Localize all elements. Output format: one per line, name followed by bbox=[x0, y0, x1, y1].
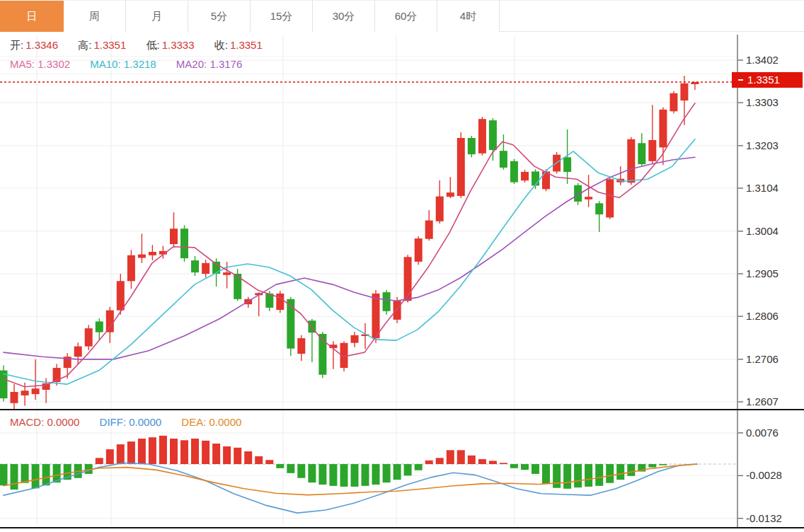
price-axis-label: 1.2806 bbox=[746, 310, 779, 322]
candle bbox=[11, 384, 18, 409]
candle bbox=[489, 118, 497, 161]
last-price-tag: 1.3351 bbox=[732, 72, 803, 88]
open-value: 1.3346 bbox=[25, 39, 58, 51]
candle bbox=[244, 297, 252, 308]
candle bbox=[627, 137, 635, 185]
price-axis-label: 1.2706 bbox=[746, 353, 779, 365]
candle bbox=[276, 291, 284, 313]
candle bbox=[223, 262, 231, 289]
candle-body bbox=[265, 294, 273, 308]
macd-bar bbox=[404, 464, 412, 475]
tab-4hour[interactable]: 4时 bbox=[437, 1, 500, 32]
tab-5min[interactable]: 5分 bbox=[188, 1, 251, 32]
candle bbox=[691, 82, 699, 90]
macd-bar bbox=[234, 448, 241, 464]
candle-body bbox=[127, 255, 135, 282]
candle bbox=[0, 365, 8, 401]
candle-body bbox=[74, 347, 82, 357]
macd-bar bbox=[127, 441, 135, 464]
candle-body bbox=[648, 140, 656, 161]
candle-body bbox=[117, 281, 125, 310]
candle-body bbox=[191, 260, 199, 272]
candle-body bbox=[585, 197, 592, 200]
macd-bar bbox=[659, 464, 667, 466]
candle bbox=[85, 325, 93, 350]
macd-bar bbox=[351, 464, 359, 487]
diff-value: 0.0000 bbox=[129, 416, 161, 428]
ma5-value: 1.3302 bbox=[38, 58, 70, 70]
tab-60min[interactable]: 60分 bbox=[375, 1, 437, 32]
candle-body bbox=[436, 197, 444, 221]
candle-body bbox=[489, 120, 497, 150]
tab-week[interactable]: 周 bbox=[64, 1, 126, 32]
macd-bar bbox=[202, 441, 209, 464]
price-axis-label: 1.2607 bbox=[746, 395, 779, 407]
macd-bar bbox=[383, 464, 391, 482]
macd-bar bbox=[287, 464, 294, 473]
macd-bar bbox=[106, 449, 114, 464]
macd-label: MACD: bbox=[10, 416, 44, 428]
candle-body bbox=[202, 263, 209, 274]
candle bbox=[383, 290, 391, 315]
candle bbox=[106, 307, 114, 343]
timeframe-tabbar: 日 周 月 5分 15分 30分 60分 4时 bbox=[0, 0, 804, 32]
price-axis-label: 1.3004 bbox=[746, 225, 779, 237]
macd-bar bbox=[415, 464, 423, 470]
candle-body bbox=[383, 292, 391, 311]
candle-body bbox=[170, 229, 178, 244]
candle bbox=[255, 292, 263, 316]
macd-bar bbox=[265, 460, 273, 464]
candle-body bbox=[510, 161, 518, 183]
candle bbox=[425, 210, 433, 241]
candle bbox=[574, 183, 582, 205]
candle bbox=[297, 335, 305, 362]
tab-30min[interactable]: 30分 bbox=[313, 1, 375, 32]
macd-bar bbox=[532, 464, 539, 474]
candle bbox=[532, 169, 539, 189]
tab-month[interactable]: 月 bbox=[126, 1, 188, 32]
macd-bar bbox=[212, 444, 220, 464]
candle bbox=[659, 108, 667, 165]
macd-bar bbox=[468, 456, 476, 464]
macd-bar bbox=[318, 464, 326, 485]
candle bbox=[457, 132, 465, 198]
macd-bar bbox=[489, 461, 497, 464]
macd-bar bbox=[606, 464, 614, 483]
macd-bar bbox=[276, 464, 284, 468]
macd-bar bbox=[340, 464, 348, 487]
price-axis-label: 1.3203 bbox=[746, 139, 779, 151]
candle bbox=[670, 91, 677, 114]
macd-histogram bbox=[0, 436, 667, 490]
candle bbox=[127, 250, 135, 289]
macd-bar bbox=[308, 464, 316, 482]
macd-bar bbox=[255, 456, 263, 464]
ohlc-row: 开:1.3346 高:1.3351 低:1.3333 收:1.3351 bbox=[10, 37, 280, 54]
candle bbox=[468, 136, 476, 157]
macd-bar bbox=[117, 444, 125, 464]
candle bbox=[585, 175, 592, 207]
candle-body bbox=[138, 255, 146, 258]
price-chart[interactable]: 1.34021.33031.32031.31041.30041.29051.28… bbox=[0, 32, 804, 409]
macd-bar bbox=[627, 464, 635, 476]
dea-value: 0.0000 bbox=[209, 416, 242, 428]
candle-body bbox=[96, 321, 103, 332]
macd-axis-label: -0.0132 bbox=[746, 512, 782, 524]
macd-bar bbox=[616, 464, 624, 480]
ma10-line bbox=[4, 139, 695, 384]
candle bbox=[329, 341, 337, 369]
bottom-border bbox=[0, 527, 804, 528]
candle-body bbox=[606, 179, 614, 217]
candle-body bbox=[106, 311, 114, 332]
tab-15min[interactable]: 15分 bbox=[251, 1, 313, 32]
diff-label: DIFF: bbox=[100, 416, 127, 428]
macd-bar bbox=[159, 436, 167, 464]
tab-day[interactable]: 日 bbox=[0, 1, 64, 32]
candle bbox=[138, 233, 146, 262]
candle bbox=[32, 359, 40, 400]
ma10-label: MA10: bbox=[90, 58, 120, 70]
ma5-label: MA5: bbox=[10, 58, 35, 70]
macd-bar bbox=[510, 464, 518, 468]
candle-body bbox=[447, 192, 454, 197]
candle-body bbox=[478, 119, 486, 154]
macd-bar bbox=[372, 464, 380, 485]
